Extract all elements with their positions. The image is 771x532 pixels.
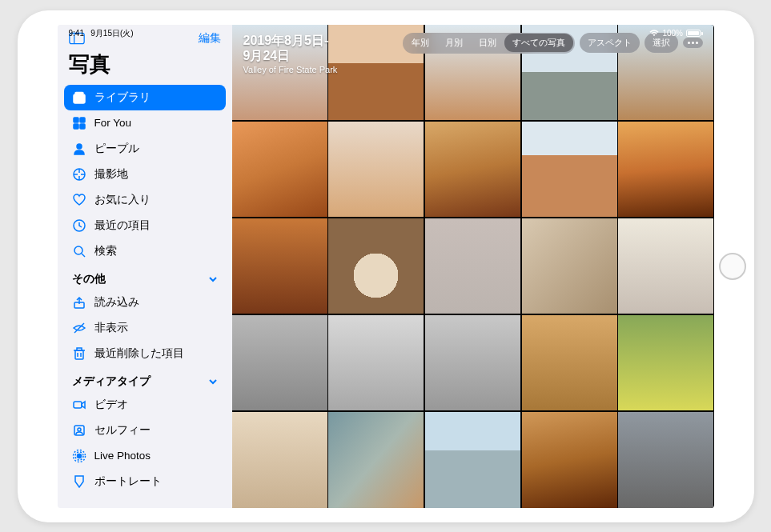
sidebar-item-search[interactable]: 検索 — [64, 238, 226, 264]
photo-thumbnail[interactable] — [425, 412, 520, 508]
svg-line-16 — [82, 254, 85, 257]
ipad-device: 9:41 9月15日(火) 100% 編集 写真 ライブラ — [18, 10, 754, 522]
wifi-icon — [649, 30, 659, 37]
sidebar-item-trash[interactable]: 最近削除した項目 — [64, 341, 226, 366]
portrait-icon — [72, 474, 86, 489]
section-media[interactable]: メディアタイプ — [64, 366, 226, 392]
trash-icon — [72, 346, 86, 361]
screen: 9:41 9月15日(火) 100% 編集 写真 ライブラ — [58, 25, 714, 508]
sidebar-item-label: ポートレート — [94, 474, 162, 489]
photo-thumbnail[interactable] — [328, 122, 424, 218]
location-label: Valley of Fire State Park — [243, 65, 338, 74]
photo-thumbnail[interactable] — [618, 122, 713, 218]
sidebar-item-label: ビデオ — [94, 398, 128, 412]
svg-rect-24 — [77, 348, 82, 350]
ellipsis-icon — [688, 42, 698, 44]
photo-thumbnail[interactable] — [328, 315, 424, 411]
hidden-icon — [72, 321, 86, 335]
sidebar-item-label: お気に入り — [94, 193, 151, 207]
svg-rect-20 — [75, 350, 83, 359]
photo-grid[interactable] — [232, 25, 714, 508]
svg-rect-7 — [80, 124, 85, 129]
status-time: 9:41 — [69, 29, 84, 38]
sidebar-item-label: 読み込み — [94, 295, 139, 310]
more-button[interactable] — [683, 38, 703, 48]
svg-rect-4 — [74, 118, 78, 122]
content: 編集 写真 ライブラリFor Youピープル撮影地お気に入り最近の項目検索 その… — [58, 25, 714, 508]
svg-rect-6 — [74, 124, 78, 129]
photo-thumbnail[interactable] — [618, 315, 713, 411]
section-other[interactable]: その他 — [64, 264, 226, 290]
sidebar-item-video[interactable]: ビデオ — [64, 392, 226, 418]
sidebar: 編集 写真 ライブラリFor Youピープル撮影地お気に入り最近の項目検索 その… — [58, 25, 232, 508]
people-icon — [72, 142, 86, 156]
sidebar-item-label: セルフィー — [94, 423, 151, 438]
sidebar-item-favorite[interactable]: お気に入り — [64, 187, 226, 213]
sidebar-item-selfie[interactable]: セルフィー — [64, 418, 226, 443]
photo-thumbnail[interactable] — [328, 218, 424, 314]
sidebar-item-people[interactable]: ピープル — [64, 136, 226, 162]
photo-thumbnail[interactable] — [232, 122, 327, 218]
import-icon — [72, 295, 86, 310]
svg-line-19 — [74, 323, 84, 333]
places-icon — [72, 167, 86, 182]
sidebar-item-label: 最近削除した項目 — [94, 346, 184, 361]
sidebar-item-label: ピープル — [94, 142, 139, 156]
svg-point-15 — [74, 246, 82, 254]
sidebar-item-recent[interactable]: 最近の項目 — [64, 213, 226, 238]
section-media-label: メディアタイプ — [72, 374, 151, 389]
battery-percent: 100% — [662, 29, 683, 38]
home-button[interactable] — [719, 253, 746, 280]
selfie-icon — [72, 423, 86, 438]
sidebar-item-library[interactable]: ライブラリ — [64, 85, 226, 110]
photo-thumbnail[interactable] — [522, 122, 617, 218]
sidebar-item-places[interactable]: 撮影地 — [64, 162, 226, 187]
video-icon — [72, 398, 86, 412]
sidebar-item-label: 非表示 — [94, 321, 128, 335]
sidebar-item-label: For You — [94, 117, 132, 129]
chevron-down-icon — [208, 377, 218, 386]
favorite-icon — [72, 193, 86, 207]
photo-thumbnail[interactable] — [522, 412, 617, 508]
photo-thumbnail[interactable] — [425, 315, 520, 411]
sidebar-item-label: ライブラリ — [94, 90, 151, 105]
sidebar-item-label: 撮影地 — [94, 167, 128, 182]
date-line-2: 9月24日 — [243, 48, 338, 63]
main-area: 2019年8月5日- 9月24日 Valley of Fire State Pa… — [232, 25, 714, 508]
photo-thumbnail[interactable] — [425, 122, 520, 218]
search-icon — [72, 244, 86, 258]
status-date: 9月15日(火) — [90, 29, 133, 38]
foryou-icon — [72, 116, 86, 130]
svg-point-8 — [77, 144, 82, 149]
svg-rect-2 — [74, 94, 85, 103]
svg-rect-5 — [80, 118, 85, 122]
svg-point-29 — [77, 454, 81, 458]
svg-rect-25 — [74, 402, 82, 408]
app-title: 写真 — [64, 50, 226, 85]
sidebar-item-label: 検索 — [94, 244, 117, 258]
svg-point-28 — [78, 428, 81, 431]
sidebar-item-live[interactable]: Live Photos — [64, 443, 226, 469]
photo-thumbnail[interactable] — [618, 218, 713, 314]
sidebar-item-label: Live Photos — [94, 450, 151, 462]
sidebar-item-import[interactable]: 読み込み — [64, 290, 226, 315]
photo-thumbnail[interactable] — [618, 412, 713, 508]
status-bar: 9:41 9月15日(火) 100% — [58, 25, 714, 39]
sidebar-item-portrait[interactable]: ポートレート — [64, 469, 226, 494]
recent-icon — [72, 218, 86, 233]
photo-thumbnail[interactable] — [522, 315, 617, 411]
sidebar-item-hidden[interactable]: 非表示 — [64, 315, 226, 341]
photo-thumbnail[interactable] — [232, 315, 327, 411]
section-other-label: その他 — [72, 272, 106, 286]
photo-thumbnail[interactable] — [232, 218, 327, 314]
sidebar-item-label: 最近の項目 — [94, 218, 151, 233]
photo-thumbnail[interactable] — [522, 218, 617, 314]
svg-rect-3 — [75, 92, 83, 94]
photo-thumbnail[interactable] — [425, 218, 520, 314]
sidebar-item-foryou[interactable]: For You — [64, 110, 226, 136]
photo-thumbnail[interactable] — [328, 412, 424, 508]
live-icon — [72, 449, 86, 463]
library-icon — [72, 90, 86, 105]
battery-icon — [686, 30, 703, 37]
photo-thumbnail[interactable] — [232, 412, 327, 508]
